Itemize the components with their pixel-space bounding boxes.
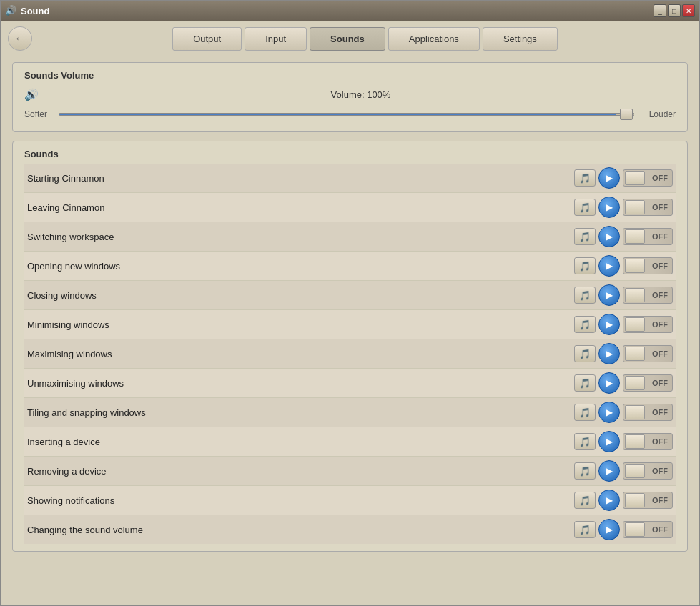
tab-applications[interactable]: Applications bbox=[388, 27, 480, 51]
sound-row-showing-notifications: Showing notifications 🎵 ▶ OFF bbox=[24, 486, 676, 515]
sound-controls-switching-workspace: 🎵 ▶ OFF bbox=[574, 226, 673, 247]
play-button-removing-device[interactable]: ▶ bbox=[598, 460, 620, 482]
toggle-thumb bbox=[625, 434, 645, 449]
sound-name-tiling-snapping-windows: Tiling and snapping windows bbox=[27, 407, 574, 418]
volume-slider-row: Softer Louder bbox=[24, 107, 676, 121]
sound-controls-tiling-snapping-windows: 🎵 ▶ OFF bbox=[574, 402, 673, 423]
volume-slider-thumb[interactable] bbox=[620, 109, 633, 120]
sound-row-maximising-windows: Maximising windows 🎵 ▶ OFF bbox=[24, 339, 676, 369]
sound-controls-closing-windows: 🎵 ▶ OFF bbox=[574, 284, 673, 306]
toggle-label: OFF bbox=[652, 203, 668, 212]
toggle-thumb bbox=[625, 405, 645, 419]
toggle-leaving-cinnamon[interactable]: OFF bbox=[623, 199, 673, 216]
play-button-unmaximising-windows[interactable]: ▶ bbox=[598, 372, 620, 394]
main-window: 🔊 Sound _ □ ✕ ← Output Input Sounds Appl… bbox=[0, 0, 700, 606]
toggle-opening-new-windows[interactable]: OFF bbox=[623, 257, 673, 274]
toggle-label: OFF bbox=[652, 379, 668, 387]
toggle-label: OFF bbox=[652, 349, 668, 358]
sound-row-opening-new-windows: Opening new windows 🎵 ▶ OFF bbox=[24, 252, 676, 281]
sound-row-unmaximising-windows: Unmaximising windows 🎵 ▶ OFF bbox=[24, 369, 676, 398]
play-button-closing-windows[interactable]: ▶ bbox=[598, 284, 620, 306]
sound-row-removing-device: Removing a device 🎵 ▶ OFF bbox=[24, 457, 676, 486]
tab-sounds[interactable]: Sounds bbox=[310, 27, 385, 51]
toggle-switching-workspace[interactable]: OFF bbox=[623, 228, 673, 245]
toggle-label: OFF bbox=[652, 262, 668, 270]
file-button-starting-cinnamon[interactable]: 🎵 bbox=[574, 169, 596, 187]
toggle-label: OFF bbox=[652, 525, 668, 534]
toggle-starting-cinnamon[interactable]: OFF bbox=[623, 169, 673, 187]
sound-row-tiling-snapping-windows: Tiling and snapping windows 🎵 ▶ OFF bbox=[24, 398, 676, 427]
toggle-changing-sound-volume[interactable]: OFF bbox=[623, 521, 673, 538]
toggle-thumb bbox=[625, 493, 645, 507]
play-button-inserting-device[interactable]: ▶ bbox=[598, 431, 620, 452]
sound-row-switching-workspace: Switching workspace 🎵 ▶ OFF bbox=[24, 222, 676, 252]
sound-name-starting-cinnamon: Starting Cinnamon bbox=[27, 173, 574, 184]
play-button-maximising-windows[interactable]: ▶ bbox=[598, 343, 620, 364]
toggle-thumb bbox=[625, 200, 645, 214]
toggle-removing-device[interactable]: OFF bbox=[623, 462, 673, 480]
toggle-thumb bbox=[625, 229, 645, 244]
toggle-label: OFF bbox=[652, 232, 668, 241]
sound-controls-inserting-device: 🎵 ▶ OFF bbox=[574, 431, 673, 452]
sound-name-removing-device: Removing a device bbox=[27, 466, 574, 477]
play-button-changing-sound-volume[interactable]: ▶ bbox=[598, 519, 620, 540]
sound-name-switching-workspace: Switching workspace bbox=[27, 232, 574, 242]
file-button-removing-device[interactable]: 🎵 bbox=[574, 462, 596, 480]
speaker-icon: 🔊 bbox=[24, 88, 39, 101]
toggle-label: OFF bbox=[652, 437, 668, 446]
close-button[interactable]: ✕ bbox=[682, 4, 695, 17]
toggle-thumb bbox=[625, 347, 645, 361]
file-button-leaving-cinnamon[interactable]: 🎵 bbox=[574, 199, 596, 216]
window-controls: _ □ ✕ bbox=[654, 4, 695, 17]
toggle-unmaximising-windows[interactable]: OFF bbox=[623, 374, 673, 392]
sound-row-minimising-windows: Minimising windows 🎵 ▶ OFF bbox=[24, 310, 676, 339]
sound-name-closing-windows: Closing windows bbox=[27, 290, 574, 301]
tab-settings[interactable]: Settings bbox=[483, 27, 558, 51]
play-button-minimising-windows[interactable]: ▶ bbox=[598, 314, 620, 335]
play-button-showing-notifications[interactable]: ▶ bbox=[598, 490, 620, 511]
tab-output[interactable]: Output bbox=[172, 27, 242, 51]
sound-name-changing-sound-volume: Changing the sound volume bbox=[27, 525, 574, 535]
sound-controls-showing-notifications: 🎵 ▶ OFF bbox=[574, 490, 673, 511]
file-button-unmaximising-windows[interactable]: 🎵 bbox=[574, 374, 596, 392]
file-button-closing-windows[interactable]: 🎵 bbox=[574, 287, 596, 304]
maximize-button[interactable]: □ bbox=[668, 4, 681, 17]
file-button-inserting-device[interactable]: 🎵 bbox=[574, 433, 596, 450]
play-button-switching-workspace[interactable]: ▶ bbox=[598, 226, 620, 247]
toggle-maximising-windows[interactable]: OFF bbox=[623, 345, 673, 362]
sound-controls-changing-sound-volume: 🎵 ▶ OFF bbox=[574, 519, 673, 540]
toggle-label: OFF bbox=[652, 467, 668, 475]
file-button-minimising-windows[interactable]: 🎵 bbox=[574, 316, 596, 333]
toggle-tiling-snapping-windows[interactable]: OFF bbox=[623, 404, 673, 421]
play-button-starting-cinnamon[interactable]: ▶ bbox=[598, 167, 620, 189]
app-icon: 🔊 bbox=[5, 5, 16, 16]
toggle-thumb bbox=[625, 288, 645, 302]
play-button-tiling-snapping-windows[interactable]: ▶ bbox=[598, 402, 620, 423]
toggle-showing-notifications[interactable]: OFF bbox=[623, 492, 673, 509]
sound-controls-unmaximising-windows: 🎵 ▶ OFF bbox=[574, 372, 673, 394]
volume-slider-track bbox=[59, 113, 634, 116]
sound-row-inserting-device: Inserting a device 🎵 ▶ OFF bbox=[24, 427, 676, 457]
tab-input[interactable]: Input bbox=[245, 27, 307, 51]
toggle-closing-windows[interactable]: OFF bbox=[623, 287, 673, 304]
play-button-opening-new-windows[interactable]: ▶ bbox=[598, 255, 620, 277]
file-button-switching-workspace[interactable]: 🎵 bbox=[574, 228, 596, 245]
back-button[interactable]: ← bbox=[8, 26, 32, 51]
toggle-minimising-windows[interactable]: OFF bbox=[623, 316, 673, 333]
file-button-maximising-windows[interactable]: 🎵 bbox=[574, 345, 596, 362]
toggle-inserting-device[interactable]: OFF bbox=[623, 433, 673, 450]
sound-name-unmaximising-windows: Unmaximising windows bbox=[27, 378, 574, 389]
sounds-volume-title: Sounds Volume bbox=[24, 70, 676, 81]
sound-controls-opening-new-windows: 🎵 ▶ OFF bbox=[574, 255, 673, 277]
main-content: Sounds Volume 🔊 Volume: 100% Softer Loud… bbox=[1, 56, 699, 605]
play-button-leaving-cinnamon[interactable]: ▶ bbox=[598, 197, 620, 218]
volume-slider-container[interactable] bbox=[59, 107, 634, 121]
sounds-section-title: Sounds bbox=[24, 149, 676, 159]
file-button-tiling-snapping-windows[interactable]: 🎵 bbox=[574, 404, 596, 421]
toggle-thumb bbox=[625, 464, 645, 478]
file-button-opening-new-windows[interactable]: 🎵 bbox=[574, 257, 596, 274]
file-button-changing-sound-volume[interactable]: 🎵 bbox=[574, 521, 596, 538]
file-button-showing-notifications[interactable]: 🎵 bbox=[574, 492, 596, 509]
sound-name-maximising-windows: Maximising windows bbox=[27, 349, 574, 359]
minimize-button[interactable]: _ bbox=[654, 4, 666, 17]
